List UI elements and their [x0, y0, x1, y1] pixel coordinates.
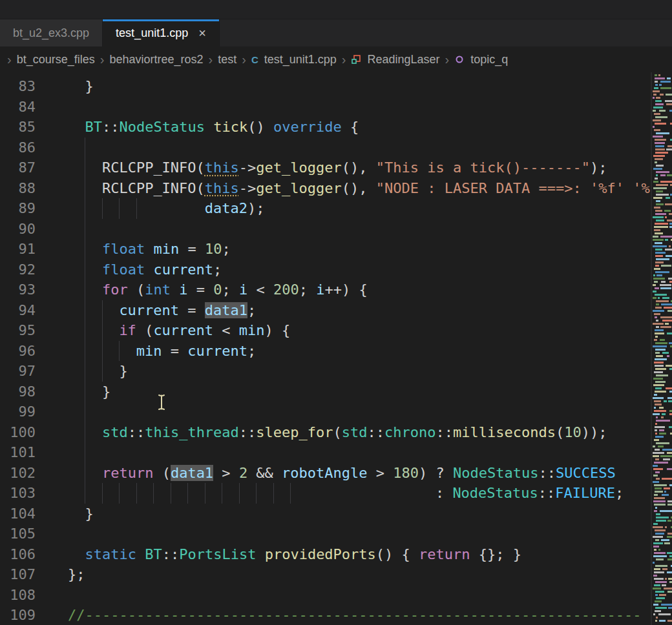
indent-guide [171, 483, 171, 504]
minimap-line [655, 449, 660, 451]
code-text[interactable]: //--------------------------------------… [36, 605, 641, 625]
code-text[interactable]: data2); [36, 198, 264, 219]
code-line[interactable]: 108 [0, 585, 672, 606]
code-line[interactable]: 97} [0, 361, 672, 382]
code-line[interactable]: 91float min = 10; [0, 239, 672, 260]
code-text[interactable] [36, 219, 68, 240]
code-text[interactable]: RCLCPP_INFO(this->get_logger(), "NODE : … [36, 178, 667, 199]
tab-test_unit1[interactable]: test_unit1.cpp × [103, 19, 220, 46]
line-number[interactable]: 93 [0, 280, 36, 300]
line-number[interactable]: 105 [0, 524, 36, 544]
breadcrumb-item-test-unit1-cpp[interactable]: test_unit1.cpp [264, 53, 337, 67]
close-icon[interactable]: × [198, 26, 206, 39]
line-number[interactable]: 83 [0, 76, 36, 97]
code-text[interactable] [36, 138, 68, 158]
code-line[interactable]: 103: NodeStatus::FAILURE; [0, 483, 672, 504]
line-number[interactable]: 88 [0, 178, 36, 199]
minimap[interactable] [651, 72, 672, 625]
code-text[interactable]: current = data1; [36, 300, 256, 321]
line-number[interactable]: 92 [0, 260, 36, 280]
code-text[interactable]: BT::NodeStatus tick() override { [36, 117, 359, 138]
line-number[interactable]: 108 [0, 585, 36, 606]
code-line[interactable]: 100std::this_thread::sleep_for(std::chro… [0, 422, 672, 443]
code-line[interactable]: 84 [0, 97, 672, 118]
line-number[interactable]: 98 [0, 382, 36, 402]
code-line[interactable]: 83} [0, 76, 672, 97]
code-text[interactable] [36, 402, 68, 422]
code-text[interactable]: } [36, 382, 110, 402]
code-line[interactable]: 92float current; [0, 260, 672, 280]
line-number[interactable]: 94 [0, 300, 36, 321]
code-line[interactable]: 107}; [0, 564, 672, 585]
code-area[interactable]: 83}8485BT::NodeStatus tick() override {8… [0, 72, 672, 625]
line-number[interactable]: 106 [0, 544, 36, 565]
code-text[interactable]: : NodeStatus::FAILURE; [36, 483, 624, 504]
code-line[interactable]: 94current = data1; [0, 300, 672, 321]
line-number[interactable]: 89 [0, 198, 36, 219]
code-line[interactable]: 101 [0, 442, 672, 463]
line-number[interactable]: 99 [0, 402, 36, 422]
code-text[interactable]: min = current; [36, 341, 256, 362]
code-line[interactable]: 105 [0, 524, 672, 544]
line-number[interactable]: 107 [0, 564, 36, 585]
line-number[interactable]: 102 [0, 463, 36, 484]
code-text[interactable] [36, 442, 68, 463]
breadcrumb-item-bt-course-files[interactable]: bt_course_files [17, 53, 95, 67]
minimap-line [655, 368, 666, 370]
line-number[interactable]: 100 [0, 422, 36, 443]
line-number[interactable]: 87 [0, 158, 36, 178]
breadcrumb-item-behaviortree-ros2[interactable]: behaviortree_ros2 [109, 53, 203, 67]
breadcrumb-item-readinglaser[interactable]: ReadingLaser [367, 53, 439, 67]
code-line[interactable]: 96min = current; [0, 341, 672, 362]
code-text[interactable]: } [36, 504, 94, 524]
code-line[interactable]: 93for (int i = 0; i < 200; i++) { [0, 280, 672, 300]
line-number[interactable]: 90 [0, 219, 36, 240]
code-line[interactable]: 87RCLCPP_INFO(this->get_logger(), "This … [0, 158, 672, 178]
minimap-line [654, 87, 658, 89]
code-text[interactable] [36, 97, 68, 118]
code-text[interactable]: return (data1 > 2 && robotAngle > 180) ?… [36, 463, 616, 484]
code-text[interactable]: static BT::PortsList providedPorts() { r… [36, 544, 521, 565]
line-number[interactable]: 91 [0, 239, 36, 260]
line-number[interactable]: 97 [0, 361, 36, 382]
code-text[interactable]: RCLCPP_INFO(this->get_logger(), "This is… [36, 158, 607, 178]
code-line[interactable]: 95if (current < min) { [0, 320, 672, 341]
code-line[interactable]: 99 [0, 402, 672, 422]
token: ; [247, 343, 256, 359]
code-line[interactable]: 98} [0, 382, 672, 402]
breadcrumb-item-topic[interactable]: topic_q [470, 53, 508, 67]
line-number[interactable]: 95 [0, 320, 36, 341]
line-number[interactable]: 109 [0, 605, 36, 625]
code-text[interactable] [36, 524, 68, 544]
code-line[interactable]: 88RCLCPP_INFO(this->get_logger(), "NODE … [0, 178, 672, 199]
line-number[interactable]: 103 [0, 483, 36, 504]
code-text[interactable]: std::this_thread::sleep_for(std::chrono:… [36, 422, 607, 443]
editor[interactable]: 83}8485BT::NodeStatus tick() override {8… [0, 72, 672, 625]
breadcrumb-item-test[interactable]: test [218, 53, 236, 67]
code-line[interactable]: 90 [0, 219, 672, 240]
code-line[interactable]: 106static BT::PortsList providedPorts() … [0, 544, 672, 565]
code-text[interactable]: } [36, 361, 128, 382]
tab-bt_u2_ex3[interactable]: bt_u2_ex3.cpp [0, 19, 103, 46]
minimap-line [655, 352, 660, 354]
line-number[interactable]: 86 [0, 138, 36, 158]
line-number[interactable]: 85 [0, 117, 36, 138]
code-line[interactable]: 85BT::NodeStatus tick() override { [0, 117, 672, 138]
code-text[interactable]: }; [36, 564, 85, 585]
code-text[interactable]: float min = 10; [36, 239, 231, 260]
line-number[interactable]: 96 [0, 341, 36, 362]
line-number[interactable]: 104 [0, 504, 36, 524]
code-line[interactable]: 104} [0, 504, 672, 524]
code-text[interactable]: } [36, 76, 94, 97]
code-text[interactable]: float current; [36, 260, 222, 280]
code-line[interactable]: 89data2); [0, 198, 672, 219]
line-number[interactable]: 84 [0, 97, 36, 118]
code-text[interactable]: if (current < min) { [36, 320, 290, 341]
code-line[interactable]: 102return (data1 > 2 && robotAngle > 180… [0, 463, 672, 484]
minimap-line [653, 126, 655, 128]
line-number[interactable]: 101 [0, 442, 36, 463]
minimap-line [653, 465, 658, 467]
code-text[interactable] [36, 585, 68, 606]
code-line[interactable]: 86 [0, 138, 672, 158]
code-line[interactable]: 109//-----------------------------------… [0, 605, 672, 625]
